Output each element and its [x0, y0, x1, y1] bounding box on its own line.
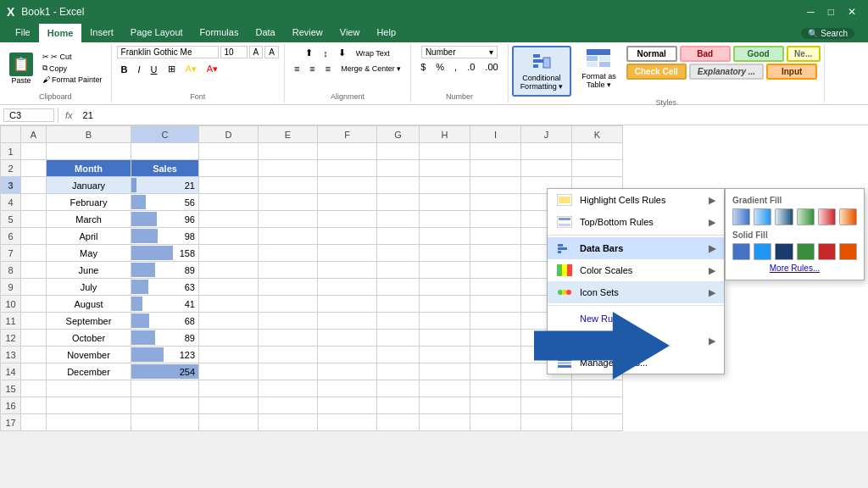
- cell-H9[interactable]: [420, 279, 470, 296]
- cell-F6[interactable]: [318, 228, 377, 245]
- cell-B7[interactable]: May: [47, 245, 131, 262]
- cell-E6[interactable]: [259, 228, 318, 245]
- cell-B16[interactable]: [47, 397, 131, 414]
- cell-B14[interactable]: December: [47, 363, 131, 380]
- cell-G17[interactable]: [377, 414, 420, 431]
- menu-data-bars[interactable]: Data Bars ▶: [548, 237, 724, 259]
- swatch-solid-navy[interactable]: [775, 243, 793, 260]
- cell-G1[interactable]: [377, 143, 420, 160]
- cell-J16[interactable]: [521, 397, 572, 414]
- cell-I17[interactable]: [470, 414, 521, 431]
- cell-C16[interactable]: [131, 397, 199, 414]
- cell-H13[interactable]: [420, 347, 470, 363]
- cell-G4[interactable]: [377, 194, 420, 211]
- minimize-icon[interactable]: ─: [802, 6, 820, 18]
- col-header-H[interactable]: H: [420, 126, 470, 143]
- cell-I12[interactable]: [470, 330, 521, 347]
- copy-button[interactable]: ⧉Copy: [39, 63, 106, 74]
- cell-D6[interactable]: [199, 228, 259, 245]
- col-header-K[interactable]: K: [572, 126, 623, 143]
- row-num-16[interactable]: 16: [1, 397, 21, 414]
- more-rules-link[interactable]: More Rules...: [732, 263, 857, 273]
- cell-B17[interactable]: [47, 414, 131, 431]
- swatch-gradient-navy[interactable]: [775, 208, 793, 225]
- cell-E12[interactable]: [259, 330, 318, 347]
- align-center-button[interactable]: ≡: [305, 62, 319, 75]
- cell-F8[interactable]: [318, 262, 377, 279]
- cell-H2[interactable]: [420, 160, 470, 177]
- cell-H3[interactable]: [420, 177, 470, 194]
- cell-C6[interactable]: 98: [131, 228, 199, 245]
- cell-D5[interactable]: [199, 211, 259, 228]
- increase-decimal-button[interactable]: .00: [481, 60, 502, 74]
- cell-E3[interactable]: [259, 177, 318, 194]
- conditional-formatting-button[interactable]: ConditionalFormatting ▾: [512, 46, 572, 97]
- cell-G8[interactable]: [377, 262, 420, 279]
- cell-D17[interactable]: [199, 414, 259, 431]
- font-shrink-button[interactable]: A: [264, 46, 279, 58]
- cell-E9[interactable]: [259, 279, 318, 296]
- cell-B5[interactable]: March: [47, 211, 131, 228]
- style-good[interactable]: Good: [733, 46, 784, 62]
- cell-K1[interactable]: [572, 143, 623, 160]
- cell-C12[interactable]: 89: [131, 330, 199, 347]
- cell-B3[interactable]: January: [47, 177, 131, 194]
- cell-I5[interactable]: [470, 211, 521, 228]
- cell-K17[interactable]: [572, 414, 623, 431]
- cell-D2[interactable]: [199, 160, 259, 177]
- cell-A6[interactable]: [21, 228, 47, 245]
- cell-H14[interactable]: [420, 363, 470, 380]
- cell-C10[interactable]: 41: [131, 296, 199, 313]
- cell-H5[interactable]: [420, 211, 470, 228]
- comma-button[interactable]: ,: [450, 60, 461, 74]
- cell-E16[interactable]: [259, 397, 318, 414]
- col-header-E[interactable]: E: [259, 126, 318, 143]
- percent-button[interactable]: %: [431, 60, 448, 74]
- cell-J15[interactable]: [521, 380, 572, 397]
- cell-G11[interactable]: [377, 313, 420, 330]
- style-check-cell[interactable]: Check Cell: [626, 64, 687, 80]
- cell-G5[interactable]: [377, 211, 420, 228]
- align-top-button[interactable]: ⬆: [301, 46, 317, 60]
- cell-C2[interactable]: Sales: [131, 160, 199, 177]
- swatch-solid-red[interactable]: [818, 243, 836, 260]
- cell-C3[interactable]: 21: [131, 177, 199, 194]
- cell-A7[interactable]: [21, 245, 47, 262]
- cell-H7[interactable]: [420, 245, 470, 262]
- cell-C7[interactable]: 158: [131, 245, 199, 262]
- cell-D13[interactable]: [199, 347, 259, 363]
- cut-button[interactable]: ✂✂ Cut: [39, 52, 106, 62]
- font-grow-button[interactable]: A: [249, 46, 264, 58]
- cell-J17[interactable]: [521, 414, 572, 431]
- cell-B13[interactable]: November: [47, 347, 131, 363]
- cell-F4[interactable]: [318, 194, 377, 211]
- cell-I1[interactable]: [470, 143, 521, 160]
- col-header-J[interactable]: J: [521, 126, 572, 143]
- tab-page-layout[interactable]: Page Layout: [122, 24, 192, 42]
- maximize-icon[interactable]: □: [823, 6, 839, 18]
- format-painter-button[interactable]: 🖌 Format Painter: [39, 75, 106, 85]
- menu-top-bottom[interactable]: Top/Bottom Rules ▶: [548, 211, 724, 233]
- cell-E7[interactable]: [259, 245, 318, 262]
- cell-E1[interactable]: [259, 143, 318, 160]
- cell-G13[interactable]: [377, 347, 420, 363]
- cell-D8[interactable]: [199, 262, 259, 279]
- col-header-F[interactable]: F: [318, 126, 377, 143]
- row-num-6[interactable]: 6: [1, 228, 21, 245]
- cell-I4[interactable]: [470, 194, 521, 211]
- col-header-C[interactable]: C: [131, 126, 199, 143]
- row-num-1[interactable]: 1: [1, 143, 21, 160]
- cell-E14[interactable]: [259, 363, 318, 380]
- cell-G7[interactable]: [377, 245, 420, 262]
- cell-D15[interactable]: [199, 380, 259, 397]
- cell-F11[interactable]: [318, 313, 377, 330]
- row-num-8[interactable]: 8: [1, 262, 21, 279]
- cell-I6[interactable]: [470, 228, 521, 245]
- cell-F14[interactable]: [318, 363, 377, 380]
- cell-K2[interactable]: [572, 160, 623, 177]
- cell-A1[interactable]: [21, 143, 47, 160]
- cell-G9[interactable]: [377, 279, 420, 296]
- cell-C11[interactable]: 68: [131, 313, 199, 330]
- cell-D14[interactable]: [199, 363, 259, 380]
- menu-color-scales[interactable]: Color Scales ▶: [548, 259, 724, 281]
